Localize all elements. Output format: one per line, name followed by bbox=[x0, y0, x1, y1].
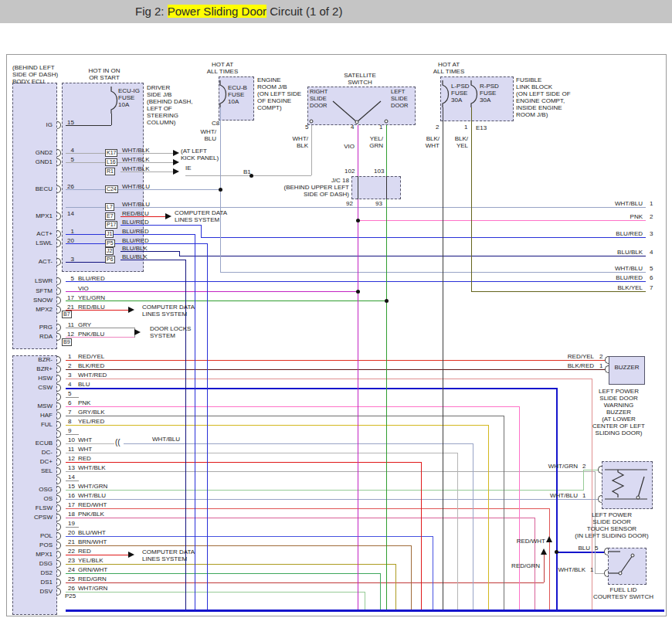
wire-vio bbox=[358, 199, 358, 610]
wire-gry-blk bbox=[504, 416, 504, 610]
connector-id: C8 bbox=[212, 120, 219, 127]
pin-number: 22 bbox=[68, 548, 75, 555]
jc18-caption: J/C 18 (BEHIND UPPER LEFT SIDE OF DASH) bbox=[284, 177, 349, 198]
fuse-label: ECU-B FUSE 10A bbox=[228, 84, 247, 105]
pin-bump bbox=[605, 365, 609, 373]
wire-blu-wht bbox=[66, 536, 433, 537]
pin-number: 12 bbox=[68, 455, 75, 462]
wire-label: WHT/GRN bbox=[78, 483, 107, 490]
wire-label: YEL/RED bbox=[78, 418, 104, 425]
pin-number: 14 bbox=[67, 210, 74, 217]
wire-gry bbox=[66, 480, 79, 481]
connector-tag: P6 bbox=[105, 256, 115, 263]
pin-number: 1 bbox=[68, 353, 71, 360]
wire-wht-blu bbox=[220, 272, 646, 273]
wire-label: YEL/GRN bbox=[78, 294, 105, 301]
wire-label: PNK bbox=[78, 399, 90, 406]
arrow-right-icon bbox=[173, 150, 179, 156]
pin-number: 4 bbox=[650, 249, 653, 256]
wire-label: PNK/BLK bbox=[78, 511, 104, 518]
pin-number: 19 bbox=[68, 520, 75, 527]
hot-at-all-times-label: HOT AT ALL TIMES bbox=[195, 61, 249, 75]
pin-number: 17 bbox=[68, 501, 75, 508]
wire-blk-red bbox=[66, 369, 605, 370]
wire-label: RED/WHT bbox=[517, 538, 545, 545]
wire-label: RED/BLU bbox=[122, 210, 149, 217]
box-fuel-lid-switch bbox=[608, 548, 647, 585]
door-locks-label: DOOR LOCKS SYSTEM bbox=[150, 325, 191, 339]
pin-number: 2 bbox=[68, 362, 71, 369]
wire-label: BLU bbox=[578, 545, 590, 552]
wire-wht-red bbox=[66, 379, 592, 379]
wire-blu-red bbox=[66, 281, 646, 282]
pin-label: POS bbox=[39, 542, 53, 548]
wire-grn-wht bbox=[66, 573, 380, 574]
wire-label: RED bbox=[78, 455, 91, 462]
fuse-label: R-PSD FUSE 30A bbox=[480, 83, 499, 104]
pin-label-ig: IG bbox=[46, 121, 53, 128]
pin-number: 20 bbox=[67, 237, 74, 244]
pin-label: DSV bbox=[40, 588, 53, 595]
pin-label: MPX1 bbox=[36, 551, 53, 558]
wire-blk bbox=[358, 176, 358, 199]
pin-label-lswr: LSWR bbox=[35, 277, 53, 284]
wire-red bbox=[421, 462, 422, 610]
wire-red-wht bbox=[66, 508, 549, 509]
wire-blu-blk bbox=[179, 256, 646, 256]
pin-number: 1 bbox=[582, 492, 585, 499]
pin-label-act-: ACT- bbox=[39, 258, 53, 265]
connector-id: P25 bbox=[65, 593, 76, 599]
pin-number: 11 bbox=[68, 321, 74, 328]
pin-label-prg: PRG bbox=[39, 324, 53, 331]
wire-label: BLU/RED bbox=[616, 230, 643, 237]
wire-label: BLU/RED bbox=[122, 219, 149, 226]
pin-label: DS2 bbox=[40, 569, 53, 576]
connector-tag: C24 bbox=[105, 185, 118, 193]
pin-number: 103 bbox=[374, 168, 384, 175]
computer-data-lines-label: COMPUTER DATA LINES SYSTEM bbox=[175, 209, 227, 223]
wire-blu-red bbox=[201, 237, 646, 238]
wire-blu-red bbox=[201, 225, 202, 238]
pin-number: 1 bbox=[599, 362, 602, 369]
wire-wht-blk bbox=[66, 153, 173, 154]
wire-wht bbox=[66, 453, 457, 453]
wire-label: GRY bbox=[78, 321, 91, 328]
wire-label: BLU/BLK bbox=[122, 253, 148, 260]
wire-wht bbox=[457, 453, 458, 610]
wire-label: RED bbox=[78, 548, 91, 555]
fuse-label: ECU-IG FUSE 10A bbox=[118, 87, 140, 108]
wire-label: BLK/ YEL bbox=[455, 135, 468, 149]
wire-label: WHT/BLK bbox=[122, 165, 150, 172]
kick-panel-label: (AT LEFT KICK PANEL) bbox=[181, 148, 219, 161]
wire-label: WHT/RED bbox=[78, 372, 107, 379]
pin-number: 2 bbox=[599, 353, 602, 360]
wire-label: BLU/RED bbox=[616, 274, 643, 281]
wire-label: BLK/ WHT bbox=[426, 135, 440, 149]
wire-label: RED/YEL bbox=[78, 353, 104, 360]
wire-yel-blk bbox=[395, 564, 396, 610]
connector-id: B9 bbox=[62, 338, 72, 346]
connector-tag: K17 bbox=[105, 149, 117, 157]
pin-number: 1 bbox=[379, 124, 382, 131]
pin-number: 6 bbox=[68, 399, 71, 406]
junction-dot bbox=[356, 290, 360, 294]
pin-number: 2 bbox=[582, 463, 585, 470]
wire-label: BLU/RED bbox=[122, 228, 149, 235]
wire-yel-grn bbox=[386, 125, 387, 176]
wire-label: RED/GRN bbox=[511, 562, 540, 569]
body-ecu-caption: (BEHIND LEFT SIDE OF DASH) BODY ECU bbox=[12, 64, 58, 85]
wire-blk bbox=[111, 114, 112, 125]
wire-label: WHT/BLK bbox=[78, 464, 106, 471]
fusible-link-caption: FUSIBLE LINK BLOCK (ON LEFT SIDE OF ENGI… bbox=[516, 76, 571, 118]
pin-number: 13 bbox=[68, 464, 75, 471]
wire-vio bbox=[358, 125, 358, 176]
pin-number: 11 bbox=[68, 446, 74, 453]
wire-label: PNK bbox=[630, 213, 643, 220]
wire-blu-red bbox=[207, 243, 208, 610]
pin-label: DS1 bbox=[40, 579, 53, 586]
wire-label: WHT/BLK bbox=[122, 156, 150, 163]
pin-label: BZR+ bbox=[36, 365, 53, 372]
pin-number: 15 bbox=[67, 119, 74, 126]
wire-grn-wht bbox=[380, 573, 381, 610]
wire-label: WHT/BLU bbox=[615, 265, 643, 272]
